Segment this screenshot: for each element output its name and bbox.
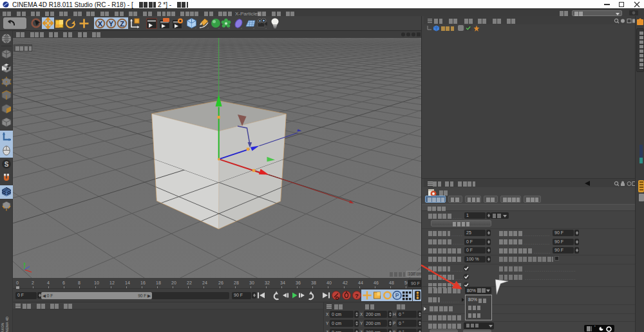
svg-text:Z: Z [120,20,124,28]
svg-text:?: ? [355,292,359,299]
svg-text:S: S [5,161,9,168]
svg-text:P: P [395,292,399,299]
svg-text:Y: Y [109,20,114,28]
svg-text:X: X [98,20,103,28]
